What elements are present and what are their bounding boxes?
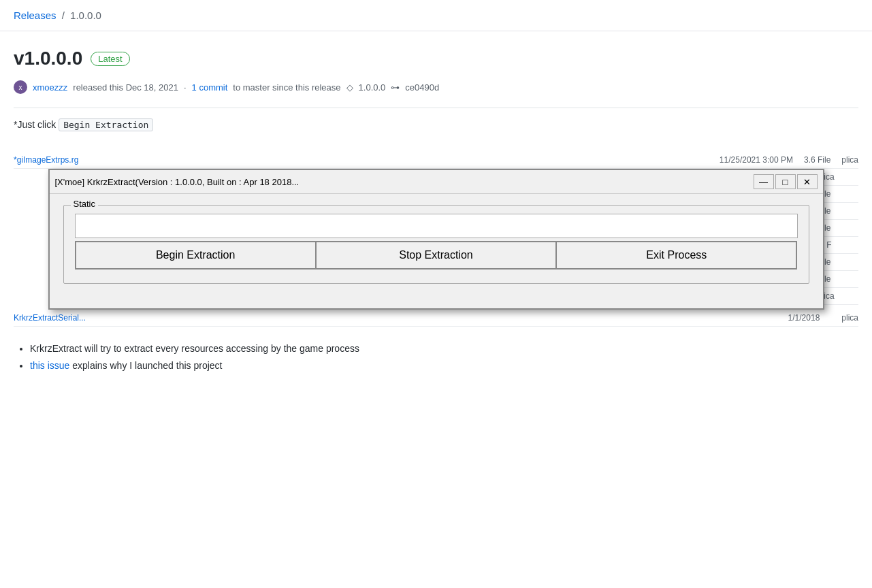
- group-box-legend: Static: [71, 199, 99, 209]
- tag-value: 1.0.0.0: [359, 82, 386, 93]
- win-title-text: [X'moe] KrkrzExtract(Version : 1.0.0.0, …: [55, 177, 754, 187]
- bg-file-type: plica: [841, 155, 858, 165]
- divider: [14, 108, 858, 108]
- release-version: v1.0.0.0: [14, 48, 82, 69]
- breadcrumb-current: 1.0.0.0: [70, 10, 101, 21]
- breadcrumb-separator: /: [62, 10, 65, 21]
- release-date-text: released this Dec 18, 2021: [73, 82, 178, 93]
- static-group-box: Static Begin Extraction Stop Extraction …: [63, 205, 809, 284]
- bullet-2-suffix: explains why I launched this project: [69, 360, 222, 371]
- win-title-bar: [X'moe] KrkrzExtract(Version : 1.0.0.0, …: [50, 170, 823, 194]
- commit-link[interactable]: 1 commit: [192, 82, 228, 93]
- bottom-file-row: KrkrzExtractSerial... 1/1/2018 plica: [14, 310, 858, 327]
- bullet-item-2: this issue explains why I launched this …: [30, 357, 858, 374]
- bottom-partial-row: KrkrzExtractSerial... 1/1/2018 plica: [0, 310, 872, 327]
- latest-badge: Latest: [91, 52, 129, 66]
- bottom-content: KrkrzExtract will try to extract every r…: [0, 327, 872, 388]
- bottom-file-name: KrkrzExtractSerial...: [14, 313, 86, 323]
- avatar: x: [14, 80, 27, 94]
- close-button[interactable]: ✕: [797, 174, 818, 189]
- begin-extraction-button[interactable]: Begin Extraction: [75, 241, 317, 270]
- this-issue-link[interactable]: this issue: [30, 360, 69, 371]
- bottom-file-date: 1/1/2018: [788, 313, 820, 323]
- minimize-button[interactable]: —: [754, 174, 774, 189]
- just-click-prefix: *Just click: [14, 119, 56, 130]
- just-click-section: *Just click Begin Extraction: [14, 119, 858, 130]
- win-body: Static Begin Extraction Stop Extraction …: [50, 194, 823, 308]
- exit-process-button[interactable]: Exit Process: [557, 241, 797, 270]
- meta-separator: ·: [184, 82, 187, 93]
- just-click-code: Begin Extraction: [59, 118, 153, 131]
- bg-file-name: *giImageExtrps.rg: [14, 155, 78, 165]
- breadcrumb: Releases / 1.0.0.0: [0, 0, 872, 31]
- windows-dialog: [X'moe] KrkrzExtract(Version : 1.0.0.0, …: [48, 169, 824, 310]
- progress-area: [75, 214, 798, 238]
- commit-hash: ce0490d: [405, 82, 439, 93]
- commit-suffix: to master since this release: [233, 82, 340, 93]
- author-link[interactable]: xmoezzz: [33, 82, 67, 93]
- win-controls: — □ ✕: [754, 174, 818, 189]
- release-meta: x xmoezzz released this Dec 18, 2021 · 1…: [14, 80, 858, 94]
- main-content: v1.0.0.0 Latest x xmoezzz released this …: [0, 31, 872, 152]
- commit-icon: ⊶: [391, 82, 400, 93]
- dialog-area: *giImageExtrps.rg 11/25/2021 3:00 PM 3.6…: [0, 152, 872, 327]
- bullet-list: KrkrzExtract will try to extract every r…: [14, 340, 858, 374]
- buttons-row: Begin Extraction Stop Extraction Exit Pr…: [75, 241, 798, 270]
- stop-extraction-button[interactable]: Stop Extraction: [317, 241, 557, 270]
- bottom-file-type: plica: [841, 313, 858, 323]
- bg-file-size: 3.6 File: [804, 155, 830, 165]
- release-header: v1.0.0.0 Latest: [14, 48, 858, 69]
- tag-icon: ◇: [346, 82, 353, 93]
- maximize-button[interactable]: □: [775, 174, 796, 189]
- bullet-1-text: KrkrzExtract will try to extract every r…: [30, 343, 359, 354]
- bg-file-row: *giImageExtrps.rg 11/25/2021 3:00 PM 3.6…: [14, 152, 858, 169]
- bg-file-date: 11/25/2021 3:00 PM: [720, 155, 793, 165]
- bullet-item-1: KrkrzExtract will try to extract every r…: [30, 340, 858, 357]
- releases-link[interactable]: Releases: [14, 10, 56, 21]
